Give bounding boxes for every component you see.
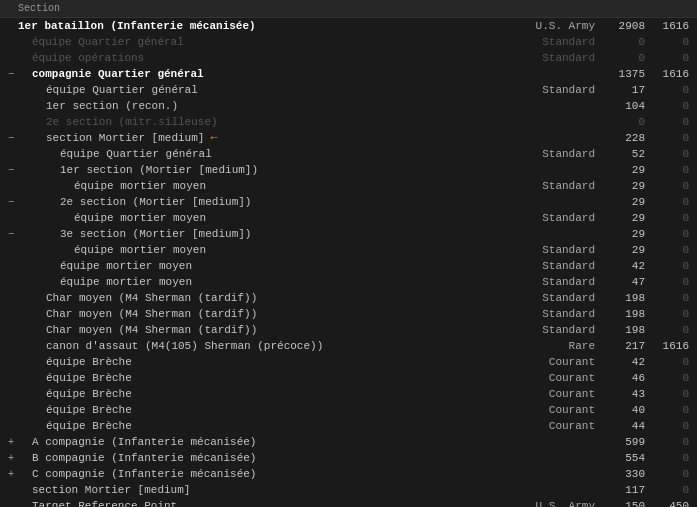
- table-row[interactable]: équipe Quartier généralStandard00: [0, 34, 697, 50]
- row-type: Standard: [523, 276, 603, 288]
- table-row[interactable]: Char moyen (M4 Sherman (tardif))Standard…: [0, 322, 697, 338]
- row-name: 1er bataillon (Infanterie mécanisée): [18, 20, 523, 32]
- table-row[interactable]: 2e section (mitr.silleuse)00: [0, 114, 697, 130]
- row-num2: 0: [653, 404, 693, 416]
- row-num1: 0: [603, 52, 653, 64]
- table-row[interactable]: équipe BrècheCourant440: [0, 418, 697, 434]
- row-name: équipe opérations: [18, 52, 523, 64]
- row-num2: 0: [653, 100, 693, 112]
- table-row[interactable]: −2e section (Mortier [medium])290: [0, 194, 697, 210]
- table-row[interactable]: équipe mortier moyenStandard290: [0, 210, 697, 226]
- collapse-icon[interactable]: −: [8, 229, 14, 240]
- row-num2: 0: [653, 260, 693, 272]
- row-name: A compagnie (Infanterie mécanisée): [18, 436, 523, 448]
- arrow-icon: ←: [210, 131, 217, 145]
- row-num1: 46: [603, 372, 653, 384]
- row-num2: 0: [653, 468, 693, 480]
- row-num1: 43: [603, 388, 653, 400]
- row-num2: 1616: [653, 340, 693, 352]
- row-name: 3e section (Mortier [medium]): [18, 228, 523, 240]
- row-num1: 198: [603, 308, 653, 320]
- row-toggle[interactable]: −: [4, 164, 18, 176]
- row-num2: 0: [653, 196, 693, 208]
- row-name: Target Reference Point: [18, 500, 523, 507]
- row-name: équipe mortier moyen: [18, 244, 523, 256]
- row-toggle[interactable]: −: [4, 132, 18, 144]
- row-num1: 29: [603, 228, 653, 240]
- row-type: U.S. Army: [523, 20, 603, 32]
- table-row[interactable]: +B compagnie (Infanterie mécanisée)5540: [0, 450, 697, 466]
- table-row[interactable]: Target Reference PointU.S. Army150450: [0, 498, 697, 507]
- table-row[interactable]: équipe Quartier généralStandard520: [0, 146, 697, 162]
- row-type: Standard: [523, 36, 603, 48]
- row-num2: 0: [653, 324, 693, 336]
- row-num2: 0: [653, 228, 693, 240]
- row-num2: 0: [653, 388, 693, 400]
- row-num1: 330: [603, 468, 653, 480]
- table-row[interactable]: +A compagnie (Infanterie mécanisée)5990: [0, 434, 697, 450]
- row-toggle[interactable]: −: [4, 228, 18, 240]
- row-name: B compagnie (Infanterie mécanisée): [18, 452, 523, 464]
- row-name: Char moyen (M4 Sherman (tardif)): [18, 292, 523, 304]
- row-name: équipe Brèche: [18, 388, 523, 400]
- row-name: section Mortier [medium]←: [18, 131, 523, 145]
- row-name: 1er section (Mortier [medium]): [18, 164, 523, 176]
- row-toggle[interactable]: −: [4, 196, 18, 208]
- table-row[interactable]: équipe BrècheCourant400: [0, 402, 697, 418]
- row-num1: 217: [603, 340, 653, 352]
- table-row[interactable]: −compagnie Quartier général13751616: [0, 66, 697, 82]
- collapse-icon[interactable]: −: [8, 165, 14, 176]
- row-name: équipe Brèche: [18, 372, 523, 384]
- row-name: équipe Quartier général: [18, 36, 523, 48]
- row-num1: 554: [603, 452, 653, 464]
- table-row[interactable]: équipe mortier moyenStandard470: [0, 274, 697, 290]
- table-row[interactable]: équipe mortier moyenStandard290: [0, 178, 697, 194]
- table-row[interactable]: 1er bataillon (Infanterie mécanisée)U.S.…: [0, 18, 697, 34]
- row-num2: 0: [653, 212, 693, 224]
- main-table: Section 1er bataillon (Infanterie mécani…: [0, 0, 697, 507]
- table-row[interactable]: 1er section (recon.)1040: [0, 98, 697, 114]
- row-num2: 0: [653, 244, 693, 256]
- row-toggle[interactable]: +: [4, 452, 18, 464]
- table-row[interactable]: équipe opérationsStandard00: [0, 50, 697, 66]
- row-num1: 0: [603, 116, 653, 128]
- table-row[interactable]: équipe mortier moyenStandard420: [0, 258, 697, 274]
- table-row[interactable]: Char moyen (M4 Sherman (tardif))Standard…: [0, 306, 697, 322]
- table-row[interactable]: canon d'assaut (M4(105) Sherman (précoce…: [0, 338, 697, 354]
- row-num1: 117: [603, 484, 653, 496]
- collapse-icon[interactable]: −: [8, 197, 14, 208]
- table-row[interactable]: −section Mortier [medium]←2280: [0, 130, 697, 146]
- row-toggle[interactable]: −: [4, 68, 18, 80]
- table-row[interactable]: Char moyen (M4 Sherman (tardif))Standard…: [0, 290, 697, 306]
- collapse-icon[interactable]: −: [8, 69, 14, 80]
- table-row[interactable]: équipe Quartier généralStandard170: [0, 82, 697, 98]
- row-num1: 2908: [603, 20, 653, 32]
- table-row[interactable]: équipe BrècheCourant430: [0, 386, 697, 402]
- table-row[interactable]: −1er section (Mortier [medium])290: [0, 162, 697, 178]
- row-name: C compagnie (Infanterie mécanisée): [18, 468, 523, 480]
- table-row[interactable]: section Mortier [medium]1170: [0, 482, 697, 498]
- table-row[interactable]: équipe BrècheCourant420: [0, 354, 697, 370]
- table-row[interactable]: équipe BrècheCourant460: [0, 370, 697, 386]
- row-toggle[interactable]: +: [4, 436, 18, 448]
- row-num1: 198: [603, 292, 653, 304]
- expand-icon[interactable]: +: [8, 453, 14, 464]
- row-type: Courant: [523, 372, 603, 384]
- expand-icon[interactable]: +: [8, 437, 14, 448]
- table-row[interactable]: +C compagnie (Infanterie mécanisée)3300: [0, 466, 697, 482]
- header-section: Section: [18, 3, 523, 14]
- row-num2: 0: [653, 148, 693, 160]
- row-num1: 29: [603, 196, 653, 208]
- row-num1: 47: [603, 276, 653, 288]
- row-type: Standard: [523, 84, 603, 96]
- row-num1: 228: [603, 132, 653, 144]
- expand-icon[interactable]: +: [8, 469, 14, 480]
- row-type: Standard: [523, 148, 603, 160]
- row-toggle[interactable]: +: [4, 468, 18, 480]
- table-row[interactable]: −3e section (Mortier [medium])290: [0, 226, 697, 242]
- row-type: Rare: [523, 340, 603, 352]
- row-name: équipe mortier moyen: [18, 180, 523, 192]
- table-row[interactable]: équipe mortier moyenStandard290: [0, 242, 697, 258]
- row-name: 1er section (recon.): [18, 100, 523, 112]
- collapse-icon[interactable]: −: [8, 133, 14, 144]
